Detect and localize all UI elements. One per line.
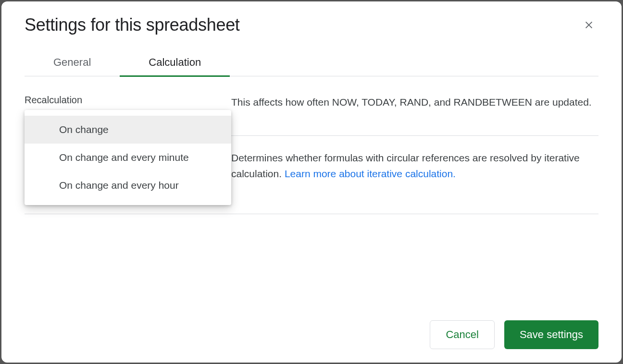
save-settings-button[interactable]: Save settings	[504, 320, 598, 349]
settings-dialog: Settings for this spreadsheet General Ca…	[1, 1, 622, 363]
tab-general[interactable]: General	[25, 50, 120, 77]
iterative-learn-more-link[interactable]: Learn more about iterative calculation.	[285, 168, 456, 179]
recalculation-description: This affects how often NOW, TODAY, RAND,…	[231, 95, 598, 114]
iterative-description: Determines whether formulas with circula…	[231, 150, 598, 193]
recalculation-label: Recalculation	[25, 95, 231, 106]
recalculation-dropdown: On change On change and every minute On …	[25, 110, 231, 205]
close-button[interactable]	[579, 15, 598, 35]
dialog-content: Recalculation On change On change and ev…	[25, 95, 598, 282]
tabs: General Calculation	[25, 50, 598, 76]
dropdown-option-every-minute[interactable]: On change and every minute	[25, 144, 231, 171]
dialog-footer: Cancel Save settings	[25, 320, 598, 349]
dialog-title: Settings for this spreadsheet	[25, 15, 240, 35]
dropdown-option-every-hour[interactable]: On change and every hour	[25, 171, 231, 199]
recalculation-section: Recalculation On change On change and ev…	[25, 95, 598, 136]
tab-calculation[interactable]: Calculation	[120, 50, 230, 77]
close-icon	[584, 20, 594, 30]
dialog-header: Settings for this spreadsheet	[25, 15, 598, 35]
dropdown-option-on-change[interactable]: On change	[25, 116, 231, 144]
recalculation-left: Recalculation On change On change and ev…	[25, 95, 231, 114]
cancel-button[interactable]: Cancel	[430, 320, 494, 349]
